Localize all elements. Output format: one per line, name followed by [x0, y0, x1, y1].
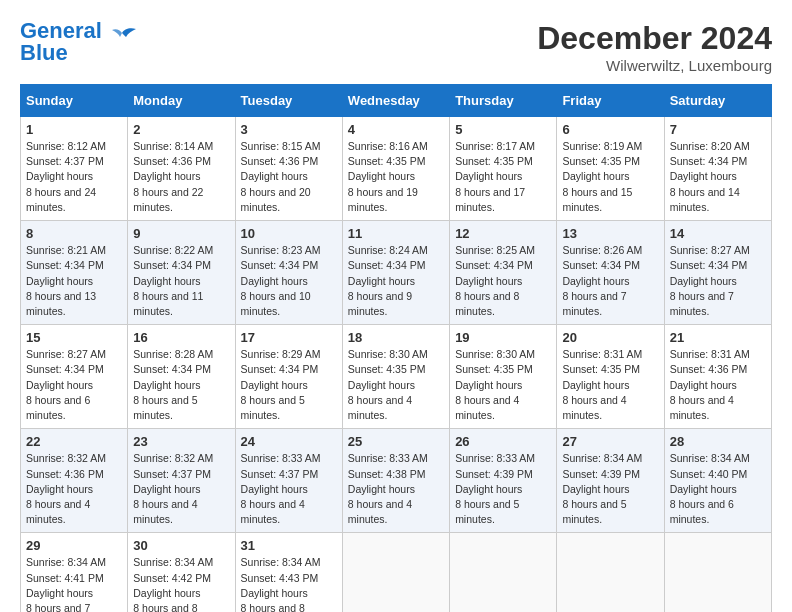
- day-info: Sunrise: 8:32 AMSunset: 4:36 PMDaylight …: [26, 451, 122, 527]
- day-number: 14: [670, 226, 766, 241]
- day-number: 12: [455, 226, 551, 241]
- day-number: 20: [562, 330, 658, 345]
- day-number: 16: [133, 330, 229, 345]
- day-number: 19: [455, 330, 551, 345]
- column-header-wednesday: Wednesday: [342, 85, 449, 117]
- day-number: 18: [348, 330, 444, 345]
- calendar-cell: 7 Sunrise: 8:20 AMSunset: 4:34 PMDayligh…: [664, 117, 771, 221]
- location-subtitle: Wilwerwiltz, Luxembourg: [537, 57, 772, 74]
- day-info: Sunrise: 8:16 AMSunset: 4:35 PMDaylight …: [348, 139, 444, 215]
- calendar-cell: 6 Sunrise: 8:19 AMSunset: 4:35 PMDayligh…: [557, 117, 664, 221]
- day-number: 1: [26, 122, 122, 137]
- calendar-cell: 29 Sunrise: 8:34 AMSunset: 4:41 PMDaylig…: [21, 533, 128, 612]
- column-header-sunday: Sunday: [21, 85, 128, 117]
- calendar-week-row: 1 Sunrise: 8:12 AMSunset: 4:37 PMDayligh…: [21, 117, 772, 221]
- day-info: Sunrise: 8:28 AMSunset: 4:34 PMDaylight …: [133, 347, 229, 423]
- day-info: Sunrise: 8:34 AMSunset: 4:41 PMDaylight …: [26, 555, 122, 612]
- day-number: 11: [348, 226, 444, 241]
- day-info: Sunrise: 8:27 AMSunset: 4:34 PMDaylight …: [26, 347, 122, 423]
- logo-bird-icon: [106, 25, 138, 49]
- day-info: Sunrise: 8:27 AMSunset: 4:34 PMDaylight …: [670, 243, 766, 319]
- page-header: GeneralBlue December 2024 Wilwerwiltz, L…: [20, 20, 772, 74]
- day-info: Sunrise: 8:25 AMSunset: 4:34 PMDaylight …: [455, 243, 551, 319]
- day-info: Sunrise: 8:23 AMSunset: 4:34 PMDaylight …: [241, 243, 337, 319]
- day-number: 27: [562, 434, 658, 449]
- calendar-cell: 17 Sunrise: 8:29 AMSunset: 4:34 PMDaylig…: [235, 325, 342, 429]
- column-header-tuesday: Tuesday: [235, 85, 342, 117]
- column-header-friday: Friday: [557, 85, 664, 117]
- day-number: 30: [133, 538, 229, 553]
- calendar-cell: 1 Sunrise: 8:12 AMSunset: 4:37 PMDayligh…: [21, 117, 128, 221]
- day-info: Sunrise: 8:31 AMSunset: 4:35 PMDaylight …: [562, 347, 658, 423]
- day-info: Sunrise: 8:34 AMSunset: 4:40 PMDaylight …: [670, 451, 766, 527]
- calendar-cell: 18 Sunrise: 8:30 AMSunset: 4:35 PMDaylig…: [342, 325, 449, 429]
- day-info: Sunrise: 8:34 AMSunset: 4:42 PMDaylight …: [133, 555, 229, 612]
- day-info: Sunrise: 8:31 AMSunset: 4:36 PMDaylight …: [670, 347, 766, 423]
- calendar-cell: [342, 533, 449, 612]
- day-number: 6: [562, 122, 658, 137]
- calendar-cell: 22 Sunrise: 8:32 AMSunset: 4:36 PMDaylig…: [21, 429, 128, 533]
- calendar-cell: 24 Sunrise: 8:33 AMSunset: 4:37 PMDaylig…: [235, 429, 342, 533]
- calendar-cell: 13 Sunrise: 8:26 AMSunset: 4:34 PMDaylig…: [557, 221, 664, 325]
- column-header-saturday: Saturday: [664, 85, 771, 117]
- day-info: Sunrise: 8:26 AMSunset: 4:34 PMDaylight …: [562, 243, 658, 319]
- day-info: Sunrise: 8:12 AMSunset: 4:37 PMDaylight …: [26, 139, 122, 215]
- month-title: December 2024: [537, 20, 772, 57]
- day-info: Sunrise: 8:22 AMSunset: 4:34 PMDaylight …: [133, 243, 229, 319]
- calendar-cell: 26 Sunrise: 8:33 AMSunset: 4:39 PMDaylig…: [450, 429, 557, 533]
- day-info: Sunrise: 8:34 AMSunset: 4:39 PMDaylight …: [562, 451, 658, 527]
- calendar-cell: 31 Sunrise: 8:34 AMSunset: 4:43 PMDaylig…: [235, 533, 342, 612]
- calendar-cell: 2 Sunrise: 8:14 AMSunset: 4:36 PMDayligh…: [128, 117, 235, 221]
- calendar-cell: 30 Sunrise: 8:34 AMSunset: 4:42 PMDaylig…: [128, 533, 235, 612]
- day-info: Sunrise: 8:21 AMSunset: 4:34 PMDaylight …: [26, 243, 122, 319]
- day-number: 31: [241, 538, 337, 553]
- day-info: Sunrise: 8:32 AMSunset: 4:37 PMDaylight …: [133, 451, 229, 527]
- calendar-cell: 5 Sunrise: 8:17 AMSunset: 4:35 PMDayligh…: [450, 117, 557, 221]
- logo-text: GeneralBlue: [20, 20, 102, 64]
- calendar-cell: 9 Sunrise: 8:22 AMSunset: 4:34 PMDayligh…: [128, 221, 235, 325]
- calendar-cell: 11 Sunrise: 8:24 AMSunset: 4:34 PMDaylig…: [342, 221, 449, 325]
- day-number: 9: [133, 226, 229, 241]
- day-number: 26: [455, 434, 551, 449]
- calendar-cell: 3 Sunrise: 8:15 AMSunset: 4:36 PMDayligh…: [235, 117, 342, 221]
- calendar-cell: 28 Sunrise: 8:34 AMSunset: 4:40 PMDaylig…: [664, 429, 771, 533]
- calendar-cell: 16 Sunrise: 8:28 AMSunset: 4:34 PMDaylig…: [128, 325, 235, 429]
- calendar-week-row: 8 Sunrise: 8:21 AMSunset: 4:34 PMDayligh…: [21, 221, 772, 325]
- day-number: 13: [562, 226, 658, 241]
- day-info: Sunrise: 8:29 AMSunset: 4:34 PMDaylight …: [241, 347, 337, 423]
- day-number: 22: [26, 434, 122, 449]
- day-number: 3: [241, 122, 337, 137]
- calendar-cell: 20 Sunrise: 8:31 AMSunset: 4:35 PMDaylig…: [557, 325, 664, 429]
- calendar-cell: 10 Sunrise: 8:23 AMSunset: 4:34 PMDaylig…: [235, 221, 342, 325]
- calendar-header-row: SundayMondayTuesdayWednesdayThursdayFrid…: [21, 85, 772, 117]
- calendar-cell: 15 Sunrise: 8:27 AMSunset: 4:34 PMDaylig…: [21, 325, 128, 429]
- column-header-monday: Monday: [128, 85, 235, 117]
- day-info: Sunrise: 8:17 AMSunset: 4:35 PMDaylight …: [455, 139, 551, 215]
- calendar-cell: 4 Sunrise: 8:16 AMSunset: 4:35 PMDayligh…: [342, 117, 449, 221]
- day-number: 10: [241, 226, 337, 241]
- calendar-cell: 14 Sunrise: 8:27 AMSunset: 4:34 PMDaylig…: [664, 221, 771, 325]
- day-info: Sunrise: 8:19 AMSunset: 4:35 PMDaylight …: [562, 139, 658, 215]
- calendar-cell: 25 Sunrise: 8:33 AMSunset: 4:38 PMDaylig…: [342, 429, 449, 533]
- day-number: 15: [26, 330, 122, 345]
- calendar-cell: [557, 533, 664, 612]
- calendar-table: SundayMondayTuesdayWednesdayThursdayFrid…: [20, 84, 772, 612]
- day-number: 4: [348, 122, 444, 137]
- calendar-cell: 27 Sunrise: 8:34 AMSunset: 4:39 PMDaylig…: [557, 429, 664, 533]
- logo: GeneralBlue: [20, 20, 138, 64]
- calendar-week-row: 15 Sunrise: 8:27 AMSunset: 4:34 PMDaylig…: [21, 325, 772, 429]
- day-number: 21: [670, 330, 766, 345]
- calendar-cell: 12 Sunrise: 8:25 AMSunset: 4:34 PMDaylig…: [450, 221, 557, 325]
- calendar-cell: [664, 533, 771, 612]
- day-number: 7: [670, 122, 766, 137]
- title-block: December 2024 Wilwerwiltz, Luxembourg: [537, 20, 772, 74]
- day-number: 29: [26, 538, 122, 553]
- calendar-cell: 8 Sunrise: 8:21 AMSunset: 4:34 PMDayligh…: [21, 221, 128, 325]
- day-info: Sunrise: 8:30 AMSunset: 4:35 PMDaylight …: [348, 347, 444, 423]
- day-info: Sunrise: 8:33 AMSunset: 4:39 PMDaylight …: [455, 451, 551, 527]
- calendar-cell: 21 Sunrise: 8:31 AMSunset: 4:36 PMDaylig…: [664, 325, 771, 429]
- calendar-cell: 23 Sunrise: 8:32 AMSunset: 4:37 PMDaylig…: [128, 429, 235, 533]
- day-number: 8: [26, 226, 122, 241]
- calendar-week-row: 29 Sunrise: 8:34 AMSunset: 4:41 PMDaylig…: [21, 533, 772, 612]
- day-info: Sunrise: 8:33 AMSunset: 4:38 PMDaylight …: [348, 451, 444, 527]
